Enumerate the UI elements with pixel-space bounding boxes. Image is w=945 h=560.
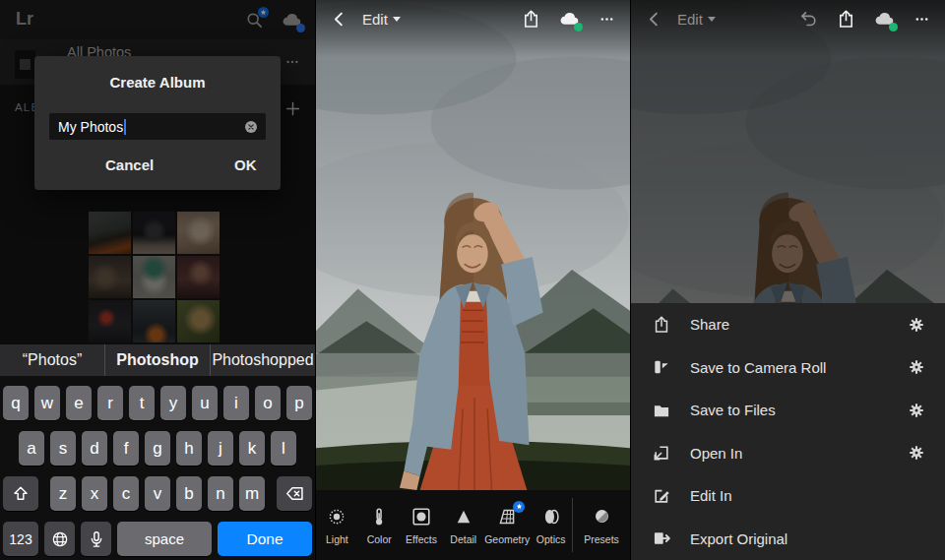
share-icon <box>651 315 672 335</box>
tool-optics[interactable]: Optics <box>530 490 572 560</box>
menu-item-export-original[interactable]: Export Original <box>631 518 945 560</box>
gear-icon[interactable] <box>908 444 925 462</box>
key-s[interactable]: s <box>50 431 76 466</box>
tool-light[interactable]: Light <box>316 490 358 560</box>
tool-label: Detail <box>450 533 476 545</box>
key-t[interactable]: t <box>129 386 155 420</box>
cancel-button[interactable]: Cancel <box>105 156 154 173</box>
album-name-value: My Photos <box>58 119 123 135</box>
key-e[interactable]: e <box>66 386 92 420</box>
more-icon[interactable] <box>913 12 931 27</box>
share-icon[interactable] <box>836 9 856 30</box>
tool-label: Color <box>367 533 392 545</box>
sync-status-dot <box>574 23 583 31</box>
ok-button[interactable]: OK <box>234 156 257 173</box>
globe-key[interactable] <box>44 522 75 556</box>
mic-key[interactable] <box>81 522 111 556</box>
space-key[interactable]: space <box>117 522 212 556</box>
key-p[interactable]: p <box>286 386 312 420</box>
key-b[interactable]: b <box>176 476 202 511</box>
key-q[interactable]: q <box>3 386 29 420</box>
tool-label: Presets <box>584 533 619 545</box>
key-x[interactable]: x <box>82 476 107 511</box>
menu-item-save-files[interactable]: Save to Files <box>631 389 945 432</box>
suggestion-primary[interactable]: Photoshop <box>104 344 210 376</box>
menu-item-edit-in[interactable]: Edit In <box>631 474 945 518</box>
menu-item-open-in[interactable]: Open In <box>631 432 945 475</box>
shift-key[interactable] <box>3 476 38 511</box>
key-j[interactable]: j <box>208 431 233 466</box>
undo-icon[interactable] <box>798 9 819 30</box>
gear-icon[interactable] <box>908 316 925 334</box>
library-panel: Lr All Photos ALBUMS <box>0 0 315 560</box>
keyboard-suggestion-bar: “Photos” Photoshop Photoshopped <box>0 344 315 376</box>
tool-effects[interactable]: Effects <box>401 490 443 560</box>
menu-item-label: Open In <box>690 445 742 462</box>
edit-mode-label: Edit <box>362 11 388 28</box>
gear-icon[interactable] <box>908 358 925 376</box>
album-name-input[interactable]: My Photos <box>49 113 266 140</box>
key-h[interactable]: h <box>176 431 202 466</box>
create-album-dialog: Create Album My Photos Cancel OK <box>34 56 281 190</box>
key-o[interactable]: o <box>255 386 281 420</box>
back-button[interactable] <box>330 10 348 29</box>
share-panel: Edit Share Save to Camera Ro <box>630 0 945 560</box>
sync-status-dot <box>889 23 898 31</box>
suggestion-alt[interactable]: Photoshopped <box>210 344 315 376</box>
backspace-key[interactable] <box>277 476 312 511</box>
chevron-down-icon <box>708 17 716 22</box>
edit-mode-dropdown[interactable]: Edit <box>677 11 716 28</box>
export-icon <box>651 529 672 548</box>
folder-icon <box>651 401 672 420</box>
cloud-sync-icon[interactable] <box>873 8 896 31</box>
key-c[interactable]: c <box>113 476 139 511</box>
tool-presets[interactable]: Presets <box>573 490 630 560</box>
key-u[interactable]: u <box>192 386 218 420</box>
tool-detail[interactable]: Detail <box>442 490 484 560</box>
key-z[interactable]: z <box>50 476 76 511</box>
tool-label: Effects <box>406 533 437 545</box>
key-k[interactable]: k <box>239 431 265 466</box>
key-r[interactable]: r <box>97 386 123 420</box>
back-button[interactable] <box>645 10 663 29</box>
key-y[interactable]: y <box>160 386 186 420</box>
ios-keyboard: q w e r t y u i o p a s d f g h j k l <box>0 376 315 560</box>
suggestion-quoted[interactable]: “Photos” <box>0 344 104 376</box>
key-f[interactable]: f <box>113 431 139 466</box>
menu-item-save-camera-roll[interactable]: Save to Camera Roll <box>631 346 945 390</box>
edit-in-icon <box>651 486 672 506</box>
key-l[interactable]: l <box>271 431 296 466</box>
menu-item-share[interactable]: Share <box>631 303 945 346</box>
numbers-key[interactable]: 123 <box>3 522 38 556</box>
menu-item-label: Share <box>690 316 729 333</box>
gear-icon[interactable] <box>908 402 925 419</box>
cloud-sync-icon[interactable] <box>558 8 581 31</box>
edit-mode-label: Edit <box>677 11 703 28</box>
share-menu: Share Save to Camera Roll Save to Files … <box>631 303 945 560</box>
done-key[interactable]: Done <box>218 522 312 556</box>
edit-mode-dropdown[interactable]: Edit <box>362 11 401 28</box>
key-v[interactable]: v <box>145 476 170 511</box>
share-icon[interactable] <box>521 9 541 30</box>
tool-label: Geometry <box>484 533 530 545</box>
edit-topbar: Edit <box>316 0 630 37</box>
menu-item-label: Export Original <box>690 530 788 547</box>
menu-item-label: Edit In <box>690 487 732 504</box>
tool-color[interactable]: Color <box>358 490 401 560</box>
clear-input-icon[interactable] <box>243 119 259 139</box>
menu-item-label: Save to Files <box>690 402 776 418</box>
key-d[interactable]: d <box>82 431 107 466</box>
key-w[interactable]: w <box>34 386 60 420</box>
key-a[interactable]: a <box>19 431 44 466</box>
key-i[interactable]: i <box>223 386 249 420</box>
key-m[interactable]: m <box>239 476 265 511</box>
text-cursor <box>124 119 126 135</box>
edit-panel: Edit Light Color <box>315 0 630 560</box>
key-n[interactable]: n <box>208 476 233 511</box>
chevron-down-icon <box>393 17 401 22</box>
edit-photo[interactable] <box>316 0 630 490</box>
key-g[interactable]: g <box>145 431 170 466</box>
tool-geometry[interactable]: Geometry <box>484 490 530 560</box>
open-in-icon <box>651 443 672 463</box>
more-icon[interactable] <box>598 12 616 27</box>
